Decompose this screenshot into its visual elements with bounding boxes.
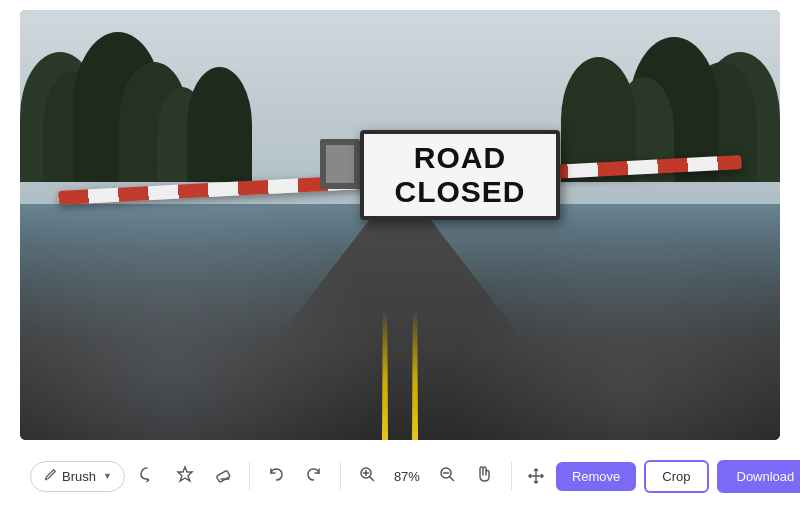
download-button[interactable]: Download	[717, 460, 801, 493]
brush-icon	[43, 468, 57, 485]
divider-3	[511, 462, 512, 490]
zoom-out-icon	[438, 465, 456, 487]
polygon-tool-button[interactable]	[169, 460, 201, 492]
sign-text-line2: CLOSED	[394, 175, 525, 210]
zoom-in-button[interactable]	[351, 460, 383, 492]
center-line-right	[412, 310, 418, 440]
polygon-icon	[176, 465, 194, 487]
photo-display: ROAD CLOSED	[20, 10, 780, 440]
toolbar-left-group: Brush ▼	[30, 460, 550, 492]
sign-text-line1: ROAD	[414, 141, 506, 176]
lasso-icon	[138, 465, 156, 487]
undo-button[interactable]	[260, 460, 292, 492]
redo-icon	[305, 465, 323, 487]
svg-line-9	[450, 477, 454, 481]
svg-line-6	[370, 477, 374, 481]
toolbar: Brush ▼	[20, 448, 780, 504]
road-closed-sign: ROAD CLOSED	[360, 130, 560, 220]
crop-button[interactable]: Crop	[644, 460, 708, 493]
brush-label: Brush	[62, 469, 96, 484]
eraser-tool-button[interactable]	[207, 460, 239, 492]
zoom-value: 87%	[389, 469, 425, 484]
zoom-out-button[interactable]	[431, 460, 463, 492]
brush-dropdown-arrow: ▼	[103, 471, 112, 481]
move-arrows-icon	[522, 462, 550, 490]
app-container: ROAD CLOSED Brush ▼	[0, 0, 800, 524]
divider-2	[340, 462, 341, 490]
redo-button[interactable]	[298, 460, 330, 492]
zoom-in-icon	[358, 465, 376, 487]
center-line-left	[382, 310, 388, 440]
divider-1	[249, 462, 250, 490]
image-canvas: ROAD CLOSED	[20, 10, 780, 440]
eraser-icon	[214, 465, 232, 487]
toolbar-right-group: Remove Crop Download	[556, 460, 800, 493]
svg-rect-1	[216, 470, 230, 482]
h-brace	[320, 139, 360, 189]
brush-button[interactable]: Brush ▼	[30, 461, 125, 492]
road-overlay	[20, 204, 780, 441]
svg-marker-0	[178, 467, 192, 481]
pan-tool-button[interactable]	[469, 460, 501, 492]
remove-button[interactable]: Remove	[556, 462, 636, 491]
lasso-tool-button[interactable]	[131, 460, 163, 492]
hand-icon	[476, 465, 494, 487]
undo-icon	[267, 465, 285, 487]
